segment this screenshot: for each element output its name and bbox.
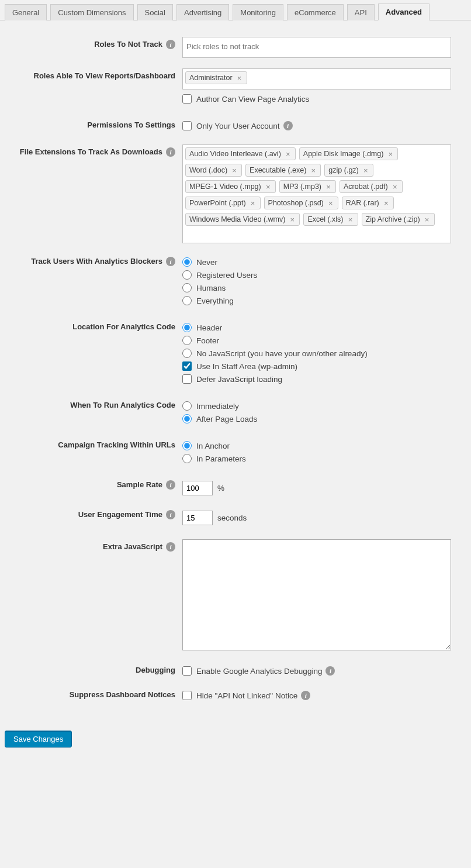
location-checkbox[interactable]	[182, 361, 192, 371]
blockers-radio[interactable]	[182, 296, 192, 305]
option-label: In Parameters	[196, 454, 246, 463]
option[interactable]: Humans	[182, 283, 465, 292]
location-radio[interactable]	[182, 323, 192, 332]
label-suppress: Suppress Dashboard Notices	[70, 690, 175, 700]
roles-view-tagbox[interactable]: Administrator×	[182, 68, 451, 89]
info-icon[interactable]: i	[325, 666, 335, 676]
option-label: Everything	[196, 297, 234, 305]
remove-tag-icon[interactable]: ×	[347, 216, 354, 223]
tab-advanced[interactable]: Advanced	[378, 4, 430, 20]
tag: gzip (.gz)×	[324, 164, 373, 177]
option[interactable]: In Parameters	[182, 454, 465, 463]
label-sample-rate: Sample Rate	[117, 480, 162, 490]
option[interactable]: Defer JavaScript loading	[182, 374, 465, 384]
tab-general[interactable]: General	[5, 4, 47, 20]
option[interactable]: After Page Loads	[182, 414, 465, 423]
campaign-radio[interactable]	[182, 441, 192, 450]
engagement-input[interactable]	[182, 511, 213, 525]
tab-api[interactable]: API	[347, 4, 375, 20]
info-icon[interactable]: i	[283, 121, 293, 130]
option[interactable]: Immediately	[182, 401, 465, 411]
tag-label: Administrator	[189, 74, 233, 82]
remove-tag-icon[interactable]: ×	[236, 74, 243, 81]
option[interactable]: Footer	[182, 336, 465, 345]
blockers-radio[interactable]	[182, 270, 192, 280]
percent-label: %	[217, 484, 224, 492]
remove-tag-icon[interactable]: ×	[310, 167, 317, 174]
location-radio[interactable]	[182, 349, 192, 358]
option[interactable]: Registered Users	[182, 270, 465, 280]
tag: Acrobat (.pdf)×	[340, 180, 403, 193]
whenrun-radio[interactable]	[182, 401, 192, 411]
label-campaign: Campaign Tracking Within URLs	[58, 440, 175, 450]
remove-tag-icon[interactable]: ×	[285, 150, 292, 157]
option[interactable]: In Anchor	[182, 441, 465, 450]
tag-label: Zip Archive (.zip)	[366, 215, 420, 223]
tag: Word (.doc)×	[185, 164, 242, 177]
option[interactable]: Use In Staff Area (wp-admin)	[182, 361, 465, 371]
author-view-checkbox[interactable]	[182, 94, 192, 104]
remove-tag-icon[interactable]: ×	[289, 216, 296, 223]
tab-advertising[interactable]: Advertising	[176, 4, 229, 20]
info-icon[interactable]: i	[301, 691, 310, 700]
location-radio[interactable]	[182, 336, 192, 345]
sample-rate-input[interactable]	[182, 481, 213, 495]
tag-label: MP3 (.mp3)	[283, 182, 321, 191]
whenrun-radio[interactable]	[182, 414, 192, 423]
tag: Apple Disk Image (.dmg)×	[299, 147, 399, 160]
tag: Administrator×	[185, 71, 247, 84]
remove-tag-icon[interactable]: ×	[250, 199, 257, 206]
blockers-radio[interactable]	[182, 257, 192, 267]
option[interactable]: No JavaScript (you have your own/other a…	[182, 349, 465, 358]
tab-social[interactable]: Social	[137, 4, 173, 20]
remove-tag-icon[interactable]: ×	[362, 167, 369, 174]
file-ext-input[interactable]	[185, 229, 448, 243]
tag-label: Executable (.exe)	[250, 166, 306, 174]
remove-tag-icon[interactable]: ×	[265, 183, 272, 190]
tag: MP3 (.mp3)×	[279, 180, 336, 193]
extra-js-textarea[interactable]	[182, 539, 451, 650]
tag-label: Audio Video Interleave (.avi)	[189, 150, 281, 158]
option-label: Defer JavaScript loading	[196, 375, 282, 384]
info-icon[interactable]: i	[166, 542, 175, 552]
label-roles-view: Roles Able To View Reports/Dashboard	[34, 71, 175, 81]
roles-not-track-tagbox[interactable]	[182, 37, 451, 58]
option[interactable]: Never	[182, 257, 465, 267]
remove-tag-icon[interactable]: ×	[392, 183, 399, 190]
file-ext-tagbox[interactable]: Audio Video Interleave (.avi)×Apple Disk…	[182, 144, 451, 243]
remove-tag-icon[interactable]: ×	[231, 167, 238, 174]
info-icon[interactable]: i	[166, 40, 175, 49]
campaign-radio[interactable]	[182, 454, 192, 463]
remove-tag-icon[interactable]: ×	[327, 199, 334, 206]
tag: Photoshop (.psd)×	[264, 197, 338, 209]
suppress-checkbox[interactable]	[182, 691, 192, 700]
tag-label: Windows Media Video (.wmv)	[189, 215, 285, 223]
info-icon[interactable]: i	[166, 257, 175, 266]
remove-tag-icon[interactable]: ×	[383, 199, 390, 206]
option[interactable]: Everything	[182, 296, 465, 305]
only-your-account-label: Only Your User Account	[196, 122, 280, 130]
option-label: After Page Loads	[196, 415, 257, 423]
debug-checkbox[interactable]	[182, 666, 192, 676]
location-checkbox[interactable]	[182, 374, 192, 384]
tab-ecommerce[interactable]: eCommerce	[287, 4, 344, 20]
debug-label: Enable Google Analytics Debugging	[196, 667, 322, 676]
option-label: Never	[196, 258, 217, 267]
remove-tag-icon[interactable]: ×	[387, 150, 394, 157]
label-debugging: Debugging	[136, 665, 175, 676]
save-button[interactable]: Save Changes	[5, 731, 72, 748]
roles-not-track-input[interactable]	[185, 40, 448, 53]
roles-view-input[interactable]	[251, 71, 448, 85]
remove-tag-icon[interactable]: ×	[325, 183, 332, 190]
info-icon[interactable]: i	[166, 480, 175, 490]
remove-tag-icon[interactable]: ×	[424, 216, 431, 223]
info-icon[interactable]: i	[166, 510, 175, 519]
tab-monitoring[interactable]: Monitoring	[233, 4, 283, 20]
tag-label: Apple Disk Image (.dmg)	[303, 150, 384, 158]
tab-custom-dimensions[interactable]: Custom Dimensions	[50, 4, 133, 20]
info-icon[interactable]: i	[166, 147, 175, 157]
tag: Executable (.exe)×	[245, 164, 321, 177]
only-your-account-checkbox[interactable]	[182, 121, 192, 130]
option[interactable]: Header	[182, 323, 465, 332]
blockers-radio[interactable]	[182, 283, 192, 292]
